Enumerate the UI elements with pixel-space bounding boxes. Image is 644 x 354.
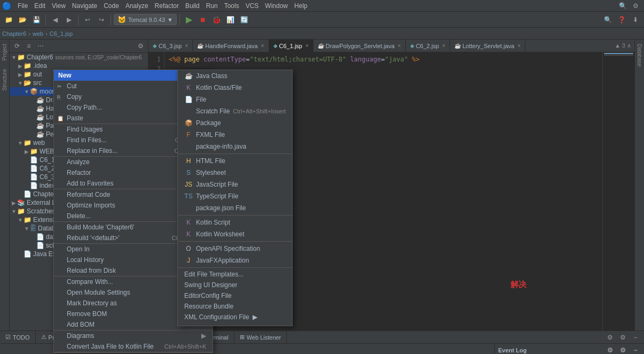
tab-close-c61[interactable]: × <box>305 43 309 49</box>
database-stripe-tab[interactable]: Database <box>635 40 643 71</box>
sub-menu[interactable]: ☕ Java Class K Kotlin Class/File 📄 File … <box>177 70 293 326</box>
sub-swing-designer[interactable]: Swing UI Designer <box>178 280 292 290</box>
tomcat-dropdown-icon: ▼ <box>167 17 173 23</box>
file-icon: 📄 <box>184 95 193 104</box>
breadcrumb-project[interactable]: Chapter6 <box>2 30 26 37</box>
tab-c61[interactable]: ◆ C6_1.jsp × <box>269 40 313 52</box>
minimap <box>602 52 634 330</box>
tomcat-selector[interactable]: 🐱 Tomcat 9.0.43 ▼ <box>114 14 177 25</box>
sub-package-info[interactable]: package-info.java <box>178 141 292 152</box>
java-class-icon: ☕ <box>184 72 193 80</box>
sub-js-file[interactable]: JS JavaScript File <box>178 179 292 190</box>
javafx-icon: J <box>184 256 193 265</box>
update-btn[interactable]: ⬇ <box>629 13 642 26</box>
sub-sep-4 <box>178 267 292 268</box>
sub-resource-bundle[interactable]: Resource Bundle <box>178 301 292 312</box>
sub-file[interactable]: 📄 File <box>178 94 292 105</box>
sub-edit-templates[interactable]: Edit File Templates... <box>178 269 292 280</box>
sub-kotlin-script[interactable]: K Kotlin Script <box>178 217 292 228</box>
sub-diagram[interactable]: ⊞ Diagram <box>178 322 292 326</box>
forward-btn[interactable]: ▶ <box>62 13 75 26</box>
bottom-settings-btn[interactable]: ⚙ <box>604 332 615 343</box>
editor-counter: ▲ 3 ∧ <box>611 42 634 49</box>
package-info-icon <box>184 142 193 151</box>
tree-idea[interactable]: ▶ 📁 .idea <box>10 61 148 70</box>
coverage-btn[interactable]: 📊 <box>224 13 237 26</box>
tab-web-listener[interactable]: ⊞ Web Listener <box>234 331 287 344</box>
menu-tools[interactable]: Tools <box>221 1 242 11</box>
breadcrumb-file[interactable]: C6_1.jsp <box>50 30 73 37</box>
event-log-settings-btn[interactable]: ⚙ <box>604 345 615 354</box>
menu-navigate[interactable]: Navigate <box>69 1 100 11</box>
menu-window[interactable]: Window <box>262 1 291 11</box>
bottom-close-btn[interactable]: − <box>630 332 641 343</box>
nav-bar: Chapter6 › web › C6_1.jsp <box>0 28 644 40</box>
profile-btn[interactable]: 🔄 <box>238 13 251 26</box>
sub-javafx[interactable]: J JavaFXApplication <box>178 255 292 266</box>
settings-btn[interactable]: ⚙ <box>629 0 642 12</box>
back-btn[interactable]: ◀ <box>49 13 61 26</box>
search-everywhere-btn[interactable]: 🔍 <box>616 0 629 12</box>
tree-chapter6[interactable]: ▼ 📁 Chapter6 sources root, E:/JSP_code/C… <box>10 53 148 61</box>
collapse-btn[interactable]: ≡ <box>23 41 34 51</box>
project-stripe-tab[interactable]: Project <box>1 40 9 65</box>
tab-close-c62[interactable]: × <box>442 43 445 49</box>
separator-4 <box>179 14 180 25</box>
run-btn[interactable]: ▶ <box>183 13 195 26</box>
menu-analyze[interactable]: Analyze <box>122 1 152 11</box>
menu-help[interactable]: Help <box>291 1 311 11</box>
separator-1 <box>45 14 46 25</box>
tab-c63[interactable]: ◆ C6_3.jsp × <box>148 40 193 52</box>
save-btn[interactable]: 💾 <box>30 13 43 26</box>
fxml-icon: F <box>184 130 193 139</box>
search-btn[interactable]: 🔍 <box>601 13 614 26</box>
sync-btn[interactable]: ⟳ <box>12 41 22 51</box>
stop-btn[interactable]: ⏹ <box>197 13 209 26</box>
menu-build[interactable]: Build <box>182 1 203 11</box>
tab-todo[interactable]: ☑ TODO <box>0 331 36 344</box>
sub-fxml[interactable]: F FXML File <box>178 129 292 141</box>
bottom-gear-btn[interactable]: ⚙ <box>617 332 628 343</box>
tab-c62[interactable]: ◆ C6_2.jsp × <box>406 40 450 52</box>
sub-kotlin-class[interactable]: K Kotlin Class/File <box>178 82 292 94</box>
menu-refactor[interactable]: Refactor <box>152 1 182 11</box>
undo-btn[interactable]: ↩ <box>81 13 94 26</box>
open-btn[interactable]: 📂 <box>16 13 29 26</box>
help-btn[interactable]: ❓ <box>615 13 628 26</box>
sub-editorconfig[interactable]: EditorConfig File <box>178 290 292 301</box>
dots-btn[interactable]: ⋯ <box>35 41 46 51</box>
redo-btn[interactable]: ↪ <box>95 13 108 26</box>
menu-vcs[interactable]: VCS <box>242 1 262 11</box>
gear-btn[interactable]: ⚙ <box>135 41 146 51</box>
sub-package[interactable]: 📦 Package <box>178 117 292 129</box>
menu-code[interactable]: Code <box>100 1 122 11</box>
sub-stylesheet[interactable]: S Stylesheet <box>178 167 292 179</box>
sub-kotlin-worksheet[interactable]: K Kotlin Worksheet <box>178 228 292 240</box>
tab-handleforward[interactable]: ☕ HandleForward.java × <box>193 40 269 52</box>
menu-view[interactable]: View <box>49 1 69 11</box>
menu-edit[interactable]: Edit <box>31 1 49 11</box>
sub-package-json[interactable]: package.json File <box>178 202 292 214</box>
breadcrumb-web[interactable]: web <box>33 30 43 37</box>
tab-lottery[interactable]: ☕ Lottery_Servlet.java × <box>450 40 525 52</box>
tab-drawpolygon[interactable]: ☕ DrawPolygon_Servlet.java × <box>313 40 406 52</box>
tab-close-c63[interactable]: × <box>185 43 188 49</box>
structure-stripe-tab[interactable]: Structure <box>1 65 9 95</box>
sub-scratch-file[interactable]: Scratch File Ctrl+Alt+Shift+Insert <box>178 105 292 117</box>
event-log-gear-btn[interactable]: ⚙ <box>617 345 628 354</box>
scratch-icon <box>184 107 193 116</box>
tab-close-lottery[interactable]: × <box>517 43 521 49</box>
menu-run[interactable]: Run <box>203 1 221 11</box>
menu-file[interactable]: File <box>14 1 31 11</box>
sub-java-class[interactable]: ☕ Java Class <box>178 70 292 82</box>
mini-line-1 <box>604 53 633 54</box>
sub-ts-file[interactable]: TS TypeScript File <box>178 190 292 202</box>
event-log-close-btn[interactable]: − <box>630 345 641 354</box>
sub-xml-config[interactable]: XML Configuration File ▶ <box>178 312 292 322</box>
tab-close-handleforward[interactable]: × <box>261 43 264 49</box>
debug-btn[interactable]: 🐞 <box>210 13 223 26</box>
new-project-btn[interactable]: 📁 <box>2 13 15 26</box>
tab-close-drawpolygon[interactable]: × <box>398 43 401 49</box>
sub-html-file[interactable]: H HTML File <box>178 155 292 167</box>
sub-openapi[interactable]: O OpenAPI Specification <box>178 243 292 255</box>
